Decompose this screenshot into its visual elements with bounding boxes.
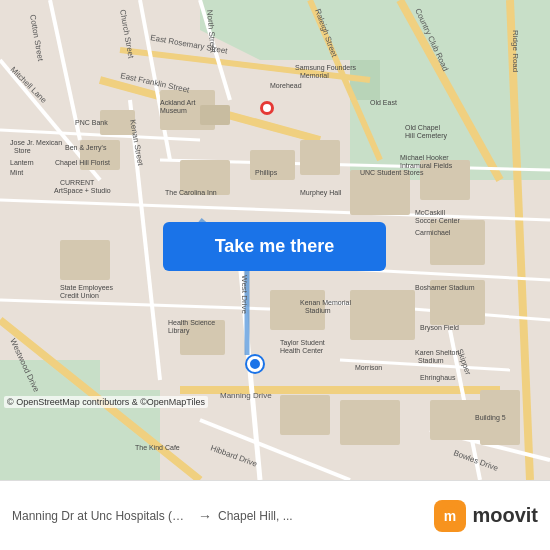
svg-text:Store: Store: [14, 147, 31, 154]
svg-text:Chapel Hill Florist: Chapel Hill Florist: [55, 159, 110, 167]
svg-text:Morehead: Morehead: [270, 82, 302, 89]
svg-text:Ackland Art: Ackland Art: [160, 99, 195, 106]
svg-text:Jose Jr. Mexican: Jose Jr. Mexican: [10, 139, 62, 146]
svg-text:Library: Library: [168, 327, 190, 335]
svg-text:ArtSpace + Studio: ArtSpace + Studio: [54, 187, 111, 195]
footer-route-info: Manning Dr at Unc Hospitals (Cg L... → C…: [12, 508, 434, 524]
svg-text:Ehringhaus: Ehringhaus: [420, 374, 456, 382]
route-from-label: Manning Dr at Unc Hospitals (Cg L...: [12, 509, 192, 523]
svg-text:The Carolina Inn: The Carolina Inn: [165, 189, 217, 196]
svg-text:m: m: [444, 508, 456, 524]
svg-text:Michael Hooker: Michael Hooker: [400, 154, 449, 161]
svg-text:The Kind Cafe: The Kind Cafe: [135, 444, 180, 451]
svg-text:State Employees: State Employees: [60, 284, 113, 292]
moovit-logo: m moovit: [434, 500, 538, 532]
svg-text:McCaskill: McCaskill: [415, 209, 445, 216]
svg-rect-5: [0, 360, 100, 480]
footer-route-row: Manning Dr at Unc Hospitals (Cg L... → C…: [12, 508, 434, 524]
svg-text:Museum: Museum: [160, 107, 187, 114]
arrow-icon: →: [198, 508, 212, 524]
svg-text:CURRENT: CURRENT: [60, 179, 95, 186]
svg-text:Hill Cemetery: Hill Cemetery: [405, 132, 448, 140]
moovit-text: moovit: [472, 504, 538, 527]
map-location-pin: [247, 356, 263, 372]
svg-text:UNC Student Stores: UNC Student Stores: [360, 169, 424, 176]
svg-text:Ridge Road: Ridge Road: [511, 30, 520, 72]
svg-text:Soccer Center: Soccer Center: [415, 217, 460, 224]
svg-text:PNC Bank: PNC Bank: [75, 119, 108, 126]
route-to-label: Chapel Hill, ...: [218, 509, 293, 523]
svg-text:Samsung Founders: Samsung Founders: [295, 64, 357, 72]
svg-text:Karen Shelton: Karen Shelton: [415, 349, 459, 356]
svg-rect-45: [340, 400, 400, 445]
svg-text:Murphey Hall: Murphey Hall: [300, 189, 342, 197]
map-container: Cotton Street Church Street North Street…: [0, 0, 550, 480]
svg-point-109: [263, 104, 271, 112]
footer-bar: Manning Dr at Unc Hospitals (Cg L... → C…: [0, 480, 550, 550]
svg-rect-38: [430, 220, 485, 265]
svg-text:Health Center: Health Center: [280, 347, 324, 354]
map-attribution: © OpenStreetMap contributors & ©OpenMapT…: [4, 396, 208, 408]
svg-text:West Drive: West Drive: [240, 275, 249, 315]
svg-text:Kenan Memorial: Kenan Memorial: [300, 299, 351, 306]
svg-text:Old East: Old East: [370, 99, 397, 106]
svg-text:Morrison: Morrison: [355, 364, 382, 371]
svg-text:Carmichael: Carmichael: [415, 229, 451, 236]
svg-text:Credit Union: Credit Union: [60, 292, 99, 299]
svg-text:Taylor Student: Taylor Student: [280, 339, 325, 347]
moovit-icon: m: [434, 500, 466, 532]
svg-rect-44: [280, 395, 330, 435]
svg-text:Boshamer Stadium: Boshamer Stadium: [415, 284, 475, 291]
svg-text:Building 5: Building 5: [475, 414, 506, 422]
svg-rect-35: [300, 140, 340, 175]
svg-text:Stadium: Stadium: [418, 357, 444, 364]
svg-text:Lantern: Lantern: [10, 159, 34, 166]
svg-text:Phillips: Phillips: [255, 169, 278, 177]
svg-text:Mint: Mint: [10, 169, 23, 176]
svg-rect-36: [350, 170, 410, 215]
svg-rect-40: [350, 290, 415, 340]
svg-text:Health Science: Health Science: [168, 319, 215, 326]
svg-text:Intramural Fields: Intramural Fields: [400, 162, 453, 169]
svg-text:Ben & Jerry's: Ben & Jerry's: [65, 144, 107, 152]
svg-rect-30: [200, 105, 230, 125]
take-me-there-button[interactable]: Take me there: [163, 222, 386, 271]
svg-text:Old Chapel: Old Chapel: [405, 124, 440, 132]
svg-text:Bryson Field: Bryson Field: [420, 324, 459, 332]
svg-text:Manning Drive: Manning Drive: [220, 391, 272, 400]
svg-text:Memorial: Memorial: [300, 72, 329, 79]
svg-text:Stadium: Stadium: [305, 307, 331, 314]
svg-rect-43: [60, 240, 110, 280]
